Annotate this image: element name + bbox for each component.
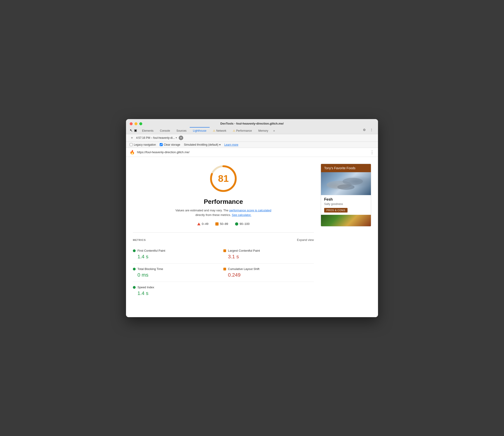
preview-food-image — [321, 172, 371, 195]
toolbar: + 4:57:16 PM – foul-heavenly-di... ▾ ■ — [126, 134, 378, 142]
metrics-label: METRICS — [133, 239, 146, 241]
legend-good: 90–100 — [235, 222, 249, 226]
metric-cls-name-row: Cumulative Layout Shift — [223, 267, 314, 271]
url-text: https://foul-heavenly-direction.glitch.m… — [137, 150, 368, 154]
legend-poor: 0–49 — [197, 222, 209, 226]
options-bar: Legacy navigation Clear storage Simulate… — [126, 142, 378, 148]
metric-lcp-dot — [223, 249, 226, 252]
metric-tbt-value: 0 ms — [133, 272, 223, 278]
performance-title: Performance — [204, 198, 243, 205]
section-divider — [133, 232, 314, 233]
metric-cls-value: 0.249 — [223, 272, 314, 278]
url-more-menu[interactable]: ⋮ — [370, 150, 374, 155]
metric-empty — [223, 282, 314, 300]
metric-si: Speed Index 1.4 s — [133, 282, 223, 300]
metric-cls-name: Cumulative Layout Shift — [228, 267, 259, 271]
food-description: Salty goodness — [324, 202, 368, 206]
score-number: 81 — [218, 173, 229, 184]
metric-cls: Cumulative Layout Shift 0.249 — [223, 263, 314, 282]
metric-lcp-value: 3.1 s — [223, 254, 314, 260]
score-legend: 0–49 50–89 90–100 — [197, 222, 249, 226]
metric-si-name-row: Speed Index — [133, 286, 223, 289]
preview-card-header: Tony's Favorite Foods — [321, 164, 371, 172]
site-icon: 🔥 — [130, 150, 135, 155]
metric-lcp: Largest Contentful Paint 3.1 s — [223, 245, 314, 263]
metric-fcp-name: First Contentful Paint — [137, 249, 165, 252]
metric-fcp: First Contentful Paint 1.4 s — [133, 245, 223, 263]
dock-icon[interactable]: ▣ — [134, 128, 137, 132]
network-warning-icon: ⚠ — [213, 129, 215, 132]
content-area: 81 Performance Values are estimated and … — [126, 157, 378, 317]
throttling-label: Simulated throttling (default) ▾ — [184, 143, 221, 146]
window-controls — [130, 122, 142, 125]
metric-si-value: 1.4 s — [133, 290, 223, 296]
pros-cons-button[interactable]: PROS & CONS — [324, 208, 348, 212]
food-name: Fesh — [324, 197, 368, 201]
window-title: DevTools - foul-heavenly-direction.glitc… — [220, 122, 284, 125]
metrics-grid: First Contentful Paint 1.4 s Largest Con… — [133, 245, 314, 300]
metric-si-dot — [133, 286, 136, 289]
tab-console[interactable]: Console — [157, 127, 173, 134]
clear-storage-input[interactable] — [160, 143, 163, 146]
devtools-window: DevTools - foul-heavenly-direction.glitc… — [126, 119, 378, 317]
calculator-link[interactable]: See calculator. — [232, 213, 251, 217]
stop-button[interactable]: ■ — [179, 136, 183, 140]
metric-fcp-dot — [133, 249, 136, 252]
maximize-button[interactable] — [139, 122, 142, 125]
average-icon — [215, 222, 219, 226]
perf-score-link[interactable]: performance score is calculated — [229, 209, 272, 212]
metric-tbt-dot — [133, 268, 136, 271]
legacy-nav-input[interactable] — [130, 143, 133, 146]
score-ring: 81 — [209, 164, 238, 193]
cursor-icon[interactable]: ↖ — [130, 128, 133, 133]
expand-view-button[interactable]: Expand view — [297, 238, 314, 242]
metrics-header: METRICS Expand view — [133, 238, 314, 242]
score-section: 81 Performance Values are estimated and … — [133, 164, 314, 226]
preview-content: Fesh Salty goodness PROS & CONS — [321, 195, 371, 215]
tab-bar: ↖ ▣ Elements Console Sources Lighthouse … — [130, 127, 374, 134]
metric-fcp-value: 1.4 s — [133, 254, 223, 260]
metric-tbt-name-row: Total Blocking Time — [133, 267, 223, 271]
settings-icon[interactable]: ⚙ — [361, 127, 367, 133]
metric-cls-dot — [223, 268, 226, 271]
learn-more-link[interactable]: Learn more — [224, 143, 238, 146]
report-timestamp: 4:57:16 PM – foul-heavenly-di... ▾ — [136, 136, 177, 139]
preview-food-image2 — [321, 215, 371, 226]
performance-warning-icon: ⚠ — [233, 129, 235, 132]
add-report-button[interactable]: + — [130, 136, 134, 140]
tab-memory[interactable]: Memory — [255, 127, 272, 134]
metric-lcp-name-row: Largest Contentful Paint — [223, 249, 314, 252]
url-bar: 🔥 https://foul-heavenly-direction.glitch… — [126, 148, 378, 157]
tab-network[interactable]: ⚠ Network — [210, 127, 229, 134]
clear-storage-checkbox[interactable]: Clear storage — [160, 143, 180, 146]
close-button[interactable] — [130, 122, 133, 125]
throttling-dropdown[interactable]: ▾ — [219, 143, 221, 146]
tab-lighthouse[interactable]: Lighthouse — [190, 127, 210, 134]
legacy-nav-checkbox[interactable]: Legacy navigation — [130, 143, 156, 146]
more-options-icon[interactable]: ⋮ — [369, 127, 374, 133]
fish-overlay — [321, 172, 371, 195]
good-icon — [235, 222, 238, 226]
toolbar-left: + 4:57:16 PM – foul-heavenly-di... ▾ ■ — [130, 136, 183, 140]
metric-tbt-name: Total Blocking Time — [137, 267, 163, 271]
legend-average: 50–89 — [215, 222, 228, 226]
metric-lcp-name: Largest Contentful Paint — [228, 249, 260, 252]
tab-performance[interactable]: ⚠ Performance — [229, 127, 255, 134]
metric-si-name: Speed Index — [137, 286, 154, 289]
devtools-icon-bar: ⚙ ⋮ — [361, 127, 374, 134]
tab-elements[interactable]: Elements — [139, 127, 157, 134]
tab-sources[interactable]: Sources — [173, 127, 190, 134]
minimize-button[interactable] — [135, 122, 137, 125]
more-tabs-button[interactable]: » — [272, 127, 277, 134]
metric-fcp-name-row: First Contentful Paint — [133, 249, 223, 252]
left-panel: 81 Performance Values are estimated and … — [133, 164, 314, 310]
metric-tbt: Total Blocking Time 0 ms — [133, 263, 223, 282]
preview-card: Tony's Favorite Foods Fesh Salty goodnes… — [321, 164, 371, 227]
title-bar: DevTools - foul-heavenly-direction.glitc… — [126, 119, 378, 134]
performance-description: Values are estimated and may vary. The p… — [175, 208, 272, 218]
metrics-section: METRICS Expand view First Contentful Pai… — [133, 238, 314, 300]
report-dropdown-arrow[interactable]: ▾ — [176, 136, 177, 139]
poor-icon — [197, 223, 201, 225]
right-panel: Tony's Favorite Foods Fesh Salty goodnes… — [321, 164, 371, 310]
